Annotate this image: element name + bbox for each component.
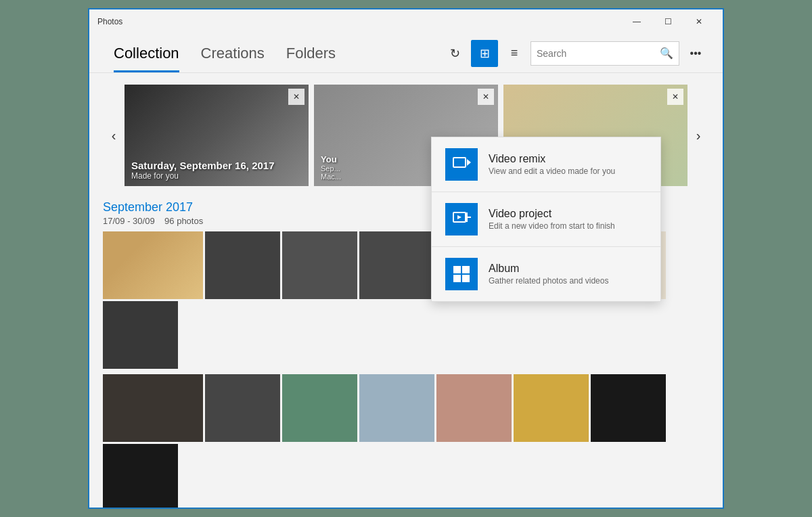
svg-rect-0	[453, 158, 466, 167]
dropdown-video-remix[interactable]: Video remix View and edit a video made f…	[432, 137, 660, 192]
svg-marker-1	[467, 159, 471, 166]
video-remix-text: Video remix View and edit a video made f…	[489, 153, 615, 176]
featured-card-label-2: You Sep... Mac...	[321, 154, 341, 181]
create-dropdown: Video remix View and edit a video made f…	[431, 137, 661, 302]
photo-thumb-13[interactable]	[436, 374, 512, 442]
refresh-icon: ↻	[450, 46, 460, 61]
video-remix-title: Video remix	[489, 153, 615, 165]
nav-folders[interactable]: Folders	[275, 34, 346, 72]
create-icon: ⊞	[480, 46, 490, 61]
svg-marker-3	[457, 215, 461, 219]
dropdown-video-project[interactable]: Video project Edit a new video from star…	[432, 192, 660, 246]
filter-button[interactable]: ≡	[501, 40, 528, 67]
svg-rect-8	[453, 275, 461, 282]
featured-card-sub2b: Mac...	[321, 173, 341, 181]
maximize-button[interactable]: ☐	[652, 9, 683, 34]
create-button[interactable]: ⊞	[471, 40, 498, 67]
window-controls: — ☐ ✕	[621, 9, 715, 34]
album-subtitle: Gather related photos and videos	[489, 276, 608, 286]
video-remix-icon	[445, 148, 478, 181]
nav-creations[interactable]: Creations	[190, 34, 275, 72]
photo-thumb-2[interactable]	[205, 231, 280, 299]
card-close-3[interactable]: ✕	[667, 89, 683, 105]
video-project-title: Video project	[489, 208, 615, 220]
photo-grid-row2	[103, 374, 709, 508]
app-title: Photos	[97, 17, 621, 26]
prev-arrow[interactable]: ‹	[103, 81, 125, 189]
app-window: Photos — ☐ ✕ Collection Creations Folder…	[88, 8, 724, 509]
featured-card-label-1: Saturday, September 16, 2017 Made for yo…	[131, 160, 275, 181]
filter-icon: ≡	[511, 46, 518, 60]
photo-thumb-15[interactable]	[591, 374, 666, 442]
video-project-subtitle: Edit a new video from start to finish	[489, 221, 615, 231]
section-range: 17/09 - 30/09	[103, 216, 155, 226]
svg-rect-6	[453, 266, 461, 273]
featured-card-title-2: You	[321, 154, 341, 164]
nav-collection[interactable]: Collection	[103, 34, 190, 72]
video-remix-subtitle: View and edit a video made for you	[489, 166, 615, 176]
featured-card-1[interactable]: ✕ Saturday, September 16, 2017 Made for …	[125, 85, 309, 186]
titlebar: Photos — ☐ ✕	[89, 9, 723, 34]
photo-thumb-1[interactable]	[103, 231, 203, 299]
photo-thumb-4[interactable]	[359, 231, 434, 299]
next-arrow[interactable]: ›	[687, 81, 709, 189]
video-project-text: Video project Edit a new video from star…	[489, 208, 615, 231]
album-title: Album	[489, 263, 608, 275]
minimize-button[interactable]: —	[621, 9, 652, 34]
main-content: ‹ ✕ Saturday, September 16, 2017 Made fo…	[89, 73, 723, 508]
photo-thumb-16[interactable]	[103, 444, 178, 508]
search-input[interactable]	[537, 48, 660, 59]
featured-card-date-1: Saturday, September 16, 2017	[131, 160, 275, 171]
refresh-button[interactable]: ↻	[441, 40, 468, 67]
more-button[interactable]: •••	[682, 40, 709, 67]
photo-thumb-11[interactable]	[282, 374, 357, 442]
album-text: Album Gather related photos and videos	[489, 263, 608, 286]
nav-actions: ↻ ⊞ ≡ 🔍 •••	[441, 40, 709, 67]
featured-card-sub-2: Sep...	[321, 164, 341, 173]
card-close-1[interactable]: ✕	[288, 89, 304, 105]
photo-thumb-10[interactable]	[205, 374, 280, 442]
photo-thumb-3[interactable]	[282, 231, 357, 299]
video-project-icon	[445, 203, 478, 235]
search-box: 🔍	[531, 41, 679, 66]
dropdown-album[interactable]: Album Gather related photos and videos	[432, 246, 660, 301]
search-icon[interactable]: 🔍	[660, 47, 673, 60]
card-close-2[interactable]: ✕	[478, 89, 494, 105]
navbar: Collection Creations Folders ↻ ⊞ ≡ 🔍 •••	[89, 34, 723, 73]
photo-thumb-8[interactable]	[103, 301, 178, 369]
photo-thumb-14[interactable]	[514, 374, 589, 442]
close-button[interactable]: ✕	[683, 9, 715, 34]
svg-rect-7	[462, 266, 470, 273]
section-count: 96 photos	[164, 216, 203, 226]
featured-card-sub-1: Made for you	[131, 171, 275, 181]
album-icon	[445, 258, 478, 290]
svg-rect-9	[462, 275, 470, 282]
photo-thumb-9[interactable]	[103, 374, 203, 442]
photo-thumb-12[interactable]	[359, 374, 434, 442]
